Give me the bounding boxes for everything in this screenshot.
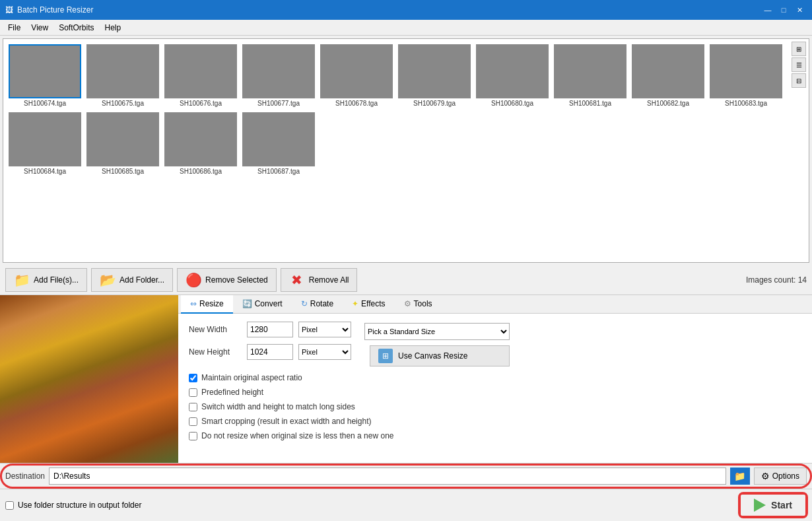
checkbox-predefined[interactable] — [189, 388, 197, 397]
destination-browse-button[interactable]: 📁 — [730, 468, 750, 485]
thumbnail — [710, 44, 782, 98]
height-input[interactable] — [247, 344, 293, 360]
width-input[interactable] — [247, 322, 293, 337]
dimensions-section: New Width Pixel Percent Cm Inch New Heig… — [189, 322, 351, 366]
gallery-item[interactable]: SH100678.tga — [320, 44, 393, 107]
menu-file[interactable]: File — [3, 22, 26, 34]
tab-resize[interactable]: ⇔ Resize — [181, 295, 233, 314]
canvas-resize-button[interactable]: ⊞ Use Canvas Resize — [370, 345, 510, 366]
gallery-item[interactable]: SH100681.tga — [554, 44, 626, 107]
filename-label: SH100677.tga — [257, 100, 300, 107]
gallery-item[interactable]: SH100680.tga — [476, 44, 549, 107]
rotate-tab-icon: ↻ — [301, 299, 308, 308]
standard-size-select[interactable]: Pick a Standard Size 800x600 1024x768 12… — [364, 323, 510, 340]
gallery-item[interactable]: SH100675.tga — [86, 44, 159, 107]
remove-selected-button[interactable]: 🔴 Remove Selected — [177, 268, 277, 292]
title-bar: 🖼 Batch Picture Resizer — □ ✕ — [0, 0, 812, 20]
thumbnail — [9, 44, 81, 98]
remove-all-button[interactable]: ✖ Remove All — [281, 268, 358, 292]
thumbnail — [164, 44, 237, 98]
filename-label: SH100676.tga — [180, 100, 222, 107]
use-folder-label[interactable]: Use folder structure in output folder — [18, 501, 141, 510]
filename-label: SH100687.tga — [257, 168, 300, 175]
resize-settings: New Width Pixel Percent Cm Inch New Heig… — [178, 314, 812, 463]
settings-panel: ⇔ Resize 🔄 Convert ↻ Rotate ✦ Effects ⚙ — [178, 295, 812, 463]
checkbox-smart_crop[interactable] — [189, 417, 197, 426]
resize-tab-icon: ⇔ — [190, 299, 197, 308]
filename-label: SH100680.tga — [491, 100, 533, 107]
add-files-button[interactable]: 📁 Add File(s)... — [5, 268, 87, 292]
checkbox-label-smart_crop[interactable]: Smart cropping (result in exact width an… — [201, 417, 371, 426]
toolbar: 📁 Add File(s)... 📂 Add Folder... 🔴 Remov… — [0, 265, 812, 295]
checkbox-label-no_resize[interactable]: Do not resize when original size is less… — [201, 431, 394, 440]
checkbox-no_resize[interactable] — [189, 432, 197, 440]
tab-effects[interactable]: ✦ Effects — [343, 295, 394, 314]
width-unit-select[interactable]: Pixel Percent Cm Inch — [298, 322, 351, 337]
gallery-item[interactable]: SH100683.tga — [710, 44, 782, 107]
gallery-item[interactable]: SH100676.tga — [164, 44, 237, 107]
checkbox-row-predefined: Predefined height — [189, 388, 801, 397]
view-list-icon[interactable]: ☰ — [792, 57, 806, 72]
checkbox-label-aspect[interactable]: Maintain original aspect ratio — [201, 373, 302, 382]
menu-bar: File View SoftOrbits Help — [0, 20, 812, 36]
minimize-button[interactable]: — — [761, 3, 775, 17]
preview-image — [0, 295, 178, 463]
tab-tools[interactable]: ⚙ Tools — [395, 295, 442, 314]
gallery-area[interactable]: SH100674.tgaSH100675.tgaSH100676.tgaSH10… — [3, 38, 809, 263]
add-folder-icon: 📂 — [100, 272, 116, 288]
gallery-item[interactable]: SH100682.tga — [632, 44, 704, 107]
add-files-icon: 📁 — [14, 272, 30, 288]
checkbox-switch_sides[interactable] — [189, 403, 197, 411]
view-large-icon[interactable]: ⊞ — [792, 42, 806, 56]
maximize-button[interactable]: □ — [776, 3, 791, 17]
menu-help[interactable]: Help — [100, 22, 127, 34]
use-folder-checkbox[interactable] — [5, 501, 14, 510]
thumbnail — [86, 44, 159, 98]
thumbnail — [242, 112, 315, 166]
height-unit-select[interactable]: Pixel Percent Cm Inch — [298, 344, 351, 360]
menu-softorbits[interactable]: SoftOrbits — [53, 22, 99, 34]
use-folder-section: Use folder structure in output folder — [5, 501, 141, 510]
images-count: Images count: 14 — [746, 275, 807, 285]
destination-bar: Destination 📁 ⚙ Options — [0, 463, 812, 489]
add-folder-button[interactable]: 📂 Add Folder... — [91, 268, 173, 292]
checkbox-aspect[interactable] — [189, 374, 197, 382]
options-button[interactable]: ⚙ Options — [754, 468, 807, 485]
checkbox-label-predefined[interactable]: Predefined height — [201, 388, 263, 397]
app-title: Batch Picture Resizer — [17, 5, 761, 15]
width-label: New Width — [189, 325, 242, 334]
gallery-item[interactable]: SH100687.tga — [242, 112, 315, 175]
destination-label: Destination — [5, 471, 45, 481]
destination-input[interactable] — [49, 468, 726, 485]
thumbnail — [9, 112, 81, 166]
width-row: New Width Pixel Percent Cm Inch — [189, 322, 351, 337]
thumbnail — [554, 44, 626, 98]
tab-convert[interactable]: 🔄 Convert — [233, 295, 292, 314]
preview-area — [0, 295, 178, 463]
thumbnail — [632, 44, 704, 98]
gallery-item[interactable]: SH100674.tga — [9, 44, 81, 107]
canvas-resize-icon: ⊞ — [378, 349, 393, 363]
filename-label: SH100682.tga — [647, 100, 689, 107]
gallery-item[interactable]: SH100686.tga — [164, 112, 237, 175]
gallery-item[interactable]: SH100685.tga — [86, 112, 159, 175]
remove-all-icon: ✖ — [289, 272, 305, 288]
checkbox-row-smart_crop: Smart cropping (result in exact width an… — [189, 417, 801, 426]
gallery-item[interactable]: SH100684.tga — [9, 112, 81, 175]
gallery-item[interactable]: SH100677.tga — [242, 44, 315, 107]
checkboxes-section: Maintain original aspect ratioPredefined… — [189, 373, 801, 440]
view-grid-icon[interactable]: ⊟ — [792, 73, 806, 88]
standard-size-section: Pick a Standard Size 800x600 1024x768 12… — [364, 322, 510, 366]
filename-label: SH100679.tga — [413, 100, 456, 107]
checkbox-label-switch_sides[interactable]: Switch width and height to match long si… — [201, 402, 355, 411]
filename-label: SH100683.tga — [725, 100, 767, 107]
thumbnail — [476, 44, 549, 98]
checkbox-row-aspect: Maintain original aspect ratio — [189, 373, 801, 382]
effects-tab-icon: ✦ — [352, 299, 358, 308]
footer: Use folder structure in output folder St… — [0, 489, 812, 521]
close-button[interactable]: ✕ — [792, 3, 807, 17]
menu-view[interactable]: View — [26, 22, 53, 34]
gallery-item[interactable]: SH100679.tga — [398, 44, 471, 107]
tab-rotate[interactable]: ↻ Rotate — [292, 295, 343, 314]
start-button[interactable]: Start — [739, 493, 807, 517]
